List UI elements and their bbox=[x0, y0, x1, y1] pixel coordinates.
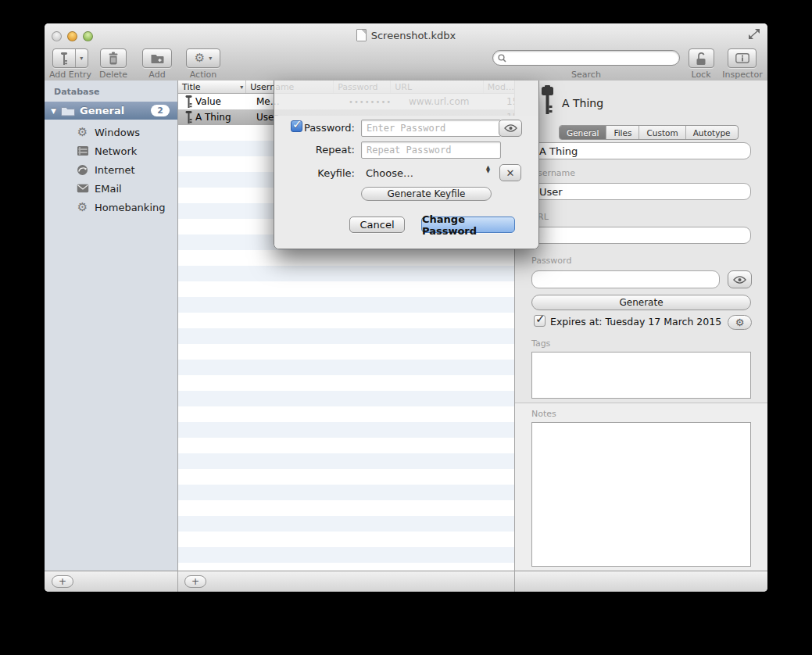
notes-label: Notes bbox=[531, 409, 556, 419]
lock-button[interactable] bbox=[689, 48, 714, 68]
inspector-button[interactable] bbox=[728, 48, 757, 68]
window-title: Screenshot.kdbx bbox=[45, 29, 767, 41]
chevron-down-icon: ▾ bbox=[209, 55, 212, 62]
change-password-button[interactable]: Change Password bbox=[421, 217, 515, 233]
sidebar-section-header: Database bbox=[54, 87, 100, 97]
search-icon bbox=[498, 54, 506, 63]
window-title-text: Screenshot.kdbx bbox=[371, 30, 456, 41]
tab-files[interactable]: Files bbox=[606, 126, 639, 139]
cancel-button[interactable]: Cancel bbox=[349, 217, 405, 233]
sidebar-item-label: Homebanking bbox=[95, 202, 165, 213]
inspector-tabs: General Files Custom Autotype bbox=[559, 125, 739, 140]
add-entry-label: Add Entry bbox=[46, 70, 95, 80]
expires-label: Expires at: Tuesday 17 March 2015 bbox=[550, 316, 721, 328]
info-icon bbox=[735, 53, 749, 63]
sheet-password-input[interactable] bbox=[361, 120, 501, 137]
entry-title-field[interactable] bbox=[531, 142, 751, 159]
server-icon bbox=[76, 145, 89, 156]
column-header-title[interactable]: Title ▾ bbox=[178, 81, 246, 93]
sheet-password-label: Password: bbox=[274, 122, 355, 134]
key-icon bbox=[184, 111, 193, 123]
tab-custom[interactable]: Custom bbox=[639, 126, 685, 139]
username-field[interactable] bbox=[531, 183, 751, 200]
add-entry-button[interactable]: ▾ bbox=[52, 48, 88, 68]
sidebar-divider[interactable] bbox=[177, 81, 178, 592]
chevron-down-icon: ▾ bbox=[76, 49, 88, 67]
search-field[interactable] bbox=[492, 50, 680, 66]
tab-general[interactable]: General bbox=[560, 126, 606, 139]
search-label: Search bbox=[492, 70, 680, 80]
eye-icon bbox=[733, 276, 746, 284]
entry-key-icon bbox=[539, 85, 556, 115]
expires-checkbox[interactable]: ✓ bbox=[534, 315, 546, 327]
app-window: Screenshot.kdbx ▾ Add Entry bbox=[45, 23, 767, 592]
gear-icon: ⚙ bbox=[735, 317, 745, 328]
sidebar-item-network[interactable]: Network bbox=[45, 141, 177, 160]
group-sidebar: Database ▼ General 2 ⚙ Windows bbox=[45, 81, 177, 571]
fullscreen-icon[interactable] bbox=[748, 29, 760, 40]
sidebar-group-general[interactable]: ▼ General 2 bbox=[45, 102, 177, 120]
sheet-keyfile-label: Keyfile: bbox=[274, 167, 355, 179]
add-group-plus-button[interactable]: + bbox=[52, 575, 73, 588]
change-password-sheet: ✓ Password: Repeat: Keyfile: Choose… ▲ ▼… bbox=[274, 81, 539, 249]
sidebar-subgroups: ⚙ Windows Network bbox=[45, 123, 177, 217]
close-icon: ✕ bbox=[506, 167, 515, 179]
globe-icon bbox=[76, 164, 89, 176]
tab-autotype[interactable]: Autotype bbox=[686, 126, 738, 139]
sidebar-item-label: Windows bbox=[95, 127, 140, 138]
inspector-label: Inspector bbox=[720, 70, 765, 80]
inspector-panel: A Thing General Files Custom Autotype Us… bbox=[515, 81, 767, 571]
show-password-button[interactable] bbox=[728, 270, 752, 288]
tags-field[interactable] bbox=[531, 352, 751, 399]
sidebar-item-internet[interactable]: Internet bbox=[45, 160, 177, 179]
sidebar-item-email[interactable]: EMail bbox=[45, 179, 177, 198]
inspector-separator bbox=[515, 403, 767, 403]
folder-icon bbox=[60, 105, 75, 116]
generate-password-button[interactable]: Generate bbox=[531, 295, 751, 310]
gear-icon: ⚙ bbox=[195, 52, 205, 64]
lock-open-icon bbox=[695, 52, 708, 66]
sheet-repeat-label: Repeat: bbox=[274, 144, 355, 156]
sidebar-item-label: Internet bbox=[95, 164, 135, 176]
add-group-button[interactable] bbox=[142, 48, 172, 68]
gear-icon: ⚙ bbox=[76, 202, 89, 213]
action-label: Action bbox=[186, 70, 220, 80]
search-input[interactable] bbox=[510, 52, 674, 64]
cell-title: Value bbox=[193, 96, 256, 107]
folder-plus-icon bbox=[150, 52, 164, 64]
expires-options-button[interactable]: ⚙ bbox=[728, 315, 752, 330]
sheet-translucent-top bbox=[274, 81, 538, 116]
cell-title: A Thing bbox=[193, 112, 256, 123]
eye-icon bbox=[504, 124, 517, 132]
sidebar-group-label: General bbox=[80, 105, 124, 116]
tags-label: Tags bbox=[531, 338, 550, 349]
delete-button[interactable] bbox=[100, 48, 127, 68]
trash-icon bbox=[107, 52, 120, 65]
action-button[interactable]: ⚙ ▾ bbox=[186, 48, 220, 68]
key-icon bbox=[53, 49, 75, 67]
add-entry-plus-button[interactable]: + bbox=[184, 575, 206, 588]
password-field[interactable] bbox=[531, 270, 720, 288]
lock-label: Lock bbox=[682, 70, 720, 80]
disclosure-triangle-icon[interactable]: ▼ bbox=[51, 107, 60, 115]
sidebar-item-label: EMail bbox=[95, 183, 122, 195]
envelope-icon bbox=[76, 184, 89, 193]
keyfile-popup[interactable]: Choose… bbox=[366, 167, 413, 179]
sidebar-item-windows[interactable]: ⚙ Windows bbox=[45, 123, 177, 141]
clear-keyfile-button[interactable]: ✕ bbox=[499, 164, 521, 181]
gear-icon: ⚙ bbox=[76, 127, 89, 138]
sidebar-item-homebanking[interactable]: ⚙ Homebanking bbox=[45, 198, 177, 217]
password-label: Password bbox=[531, 256, 571, 266]
sheet-repeat-input[interactable] bbox=[361, 141, 501, 159]
keyfile-stepper-icon[interactable]: ▲ ▼ bbox=[486, 166, 490, 174]
generate-keyfile-button[interactable]: Generate Keyfile bbox=[361, 187, 492, 201]
window-header: Screenshot.kdbx ▾ Add Entry bbox=[45, 23, 767, 81]
reveal-password-button[interactable] bbox=[499, 120, 522, 137]
bottom-bar: + + bbox=[45, 571, 767, 592]
sidebar-item-label: Network bbox=[95, 145, 137, 157]
delete-label: Delete bbox=[91, 70, 135, 80]
document-icon bbox=[356, 29, 367, 41]
check-icon: ✓ bbox=[535, 312, 546, 326]
url-field[interactable] bbox=[531, 227, 751, 244]
notes-field[interactable] bbox=[531, 422, 751, 567]
